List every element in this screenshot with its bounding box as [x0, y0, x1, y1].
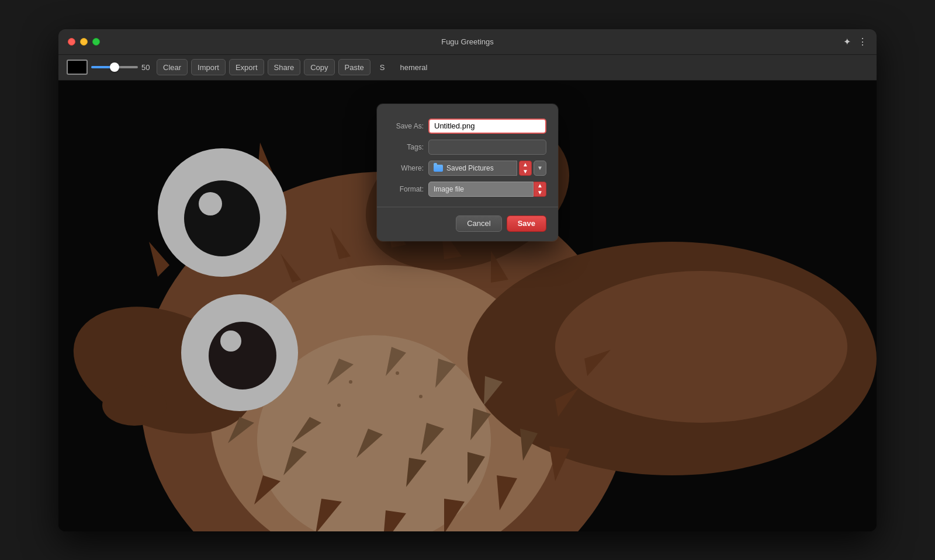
dialog-overlay: Save As: Tags: Where: Saved Pictures — [58, 81, 877, 531]
export-button[interactable]: Export — [229, 59, 264, 75]
dialog-separator — [377, 207, 558, 207]
slider-value: 50 — [141, 63, 153, 72]
where-select-container: Saved Pictures ▲ ▼ ▼ — [428, 161, 546, 176]
format-select-container: Image file ▲ ▼ — [428, 182, 546, 197]
menu-icon[interactable]: ⋮ — [858, 36, 867, 47]
extensions-icon[interactable]: ✦ — [843, 36, 851, 47]
copy-button[interactable]: Copy — [304, 59, 334, 75]
titlebar-actions: ✦ ⋮ — [843, 36, 867, 47]
format-value: Image file — [434, 185, 464, 193]
where-label: Where: — [389, 164, 424, 172]
folder-icon — [434, 165, 443, 172]
clear-button[interactable]: Clear — [157, 59, 188, 75]
cancel-button[interactable]: Cancel — [456, 215, 501, 232]
color-swatch[interactable] — [67, 60, 88, 75]
save-as-input[interactable] — [428, 119, 546, 134]
where-row: Where: Saved Pictures ▲ ▼ ▼ — [377, 158, 558, 179]
traffic-lights — [68, 38, 100, 46]
tags-label: Tags: — [389, 143, 424, 151]
tags-row: Tags: — [377, 137, 558, 158]
format-label: Format: — [389, 185, 424, 193]
canvas-area[interactable]: Save As: Tags: Where: Saved Pictures — [58, 81, 877, 531]
where-value: Saved Pictures — [446, 164, 494, 172]
where-dropdown[interactable]: ▼ — [534, 161, 546, 176]
ephemeral-label: hemeral — [394, 61, 433, 74]
app-window: Fugu Greetings ✦ ⋮ 50 Clear Import Expor… — [58, 29, 877, 531]
slider-container: 50 — [91, 63, 153, 72]
tags-input[interactable] — [428, 140, 546, 155]
paste-button[interactable]: Paste — [338, 59, 370, 75]
minimize-button[interactable] — [80, 38, 88, 46]
format-stepper[interactable]: ▲ ▼ — [534, 182, 546, 197]
save-as-row: Save As: — [377, 116, 558, 137]
format-select[interactable]: Image file — [428, 182, 534, 197]
save-as-label: Save As: — [389, 122, 424, 130]
window-title: Fugu Greetings — [441, 37, 494, 46]
maximize-button[interactable] — [92, 38, 100, 46]
import-button[interactable]: Import — [191, 59, 226, 75]
toolbar: 50 Clear Import Export Share Copy Paste … — [58, 55, 877, 81]
format-row: Format: Image file ▲ ▼ — [377, 179, 558, 200]
close-button[interactable] — [68, 38, 75, 46]
save-dialog: Save As: Tags: Where: Saved Pictures — [377, 104, 558, 241]
where-stepper[interactable]: ▲ ▼ — [519, 161, 532, 176]
where-select[interactable]: Saved Pictures — [428, 161, 517, 176]
share-button[interactable]: Share — [268, 59, 301, 75]
titlebar: Fugu Greetings ✦ ⋮ — [58, 29, 877, 55]
save-button[interactable]: Save — [507, 215, 546, 232]
brush-size-slider[interactable] — [91, 66, 138, 68]
toolbar-extra: S — [374, 61, 391, 74]
dialog-buttons: Cancel Save — [377, 213, 558, 232]
